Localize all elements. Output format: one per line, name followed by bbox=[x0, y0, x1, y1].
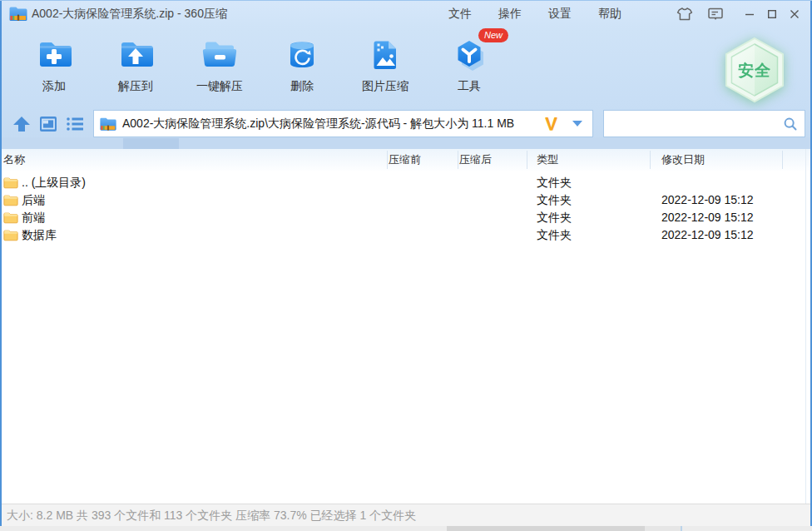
image-compress-icon bbox=[365, 35, 405, 75]
image-compress-label: 图片压缩 bbox=[349, 79, 422, 94]
column-header-modified[interactable]: 修改日期 bbox=[661, 149, 705, 171]
delete-button[interactable]: 删除 bbox=[265, 35, 339, 94]
extract-to-label: 解压到 bbox=[99, 79, 172, 94]
new-badge: New bbox=[478, 28, 508, 42]
list-item-backend[interactable]: 后端 文件夹 2022-12-09 15:12 bbox=[2, 191, 805, 209]
list-item-database[interactable]: 数据库 文件夹 2022-12-09 15:12 bbox=[2, 226, 805, 244]
maximize-button[interactable] bbox=[760, 0, 783, 27]
titlebar: A002-大病保险管理系统.zip - 360压缩 文件 操作 设置 帮助 bbox=[0, 0, 812, 27]
band-artifact bbox=[123, 138, 179, 149]
list-item-frontend[interactable]: 前端 文件夹 2022-12-09 15:12 bbox=[2, 209, 805, 226]
list-view-icon[interactable] bbox=[65, 115, 85, 133]
column-divider[interactable] bbox=[650, 151, 651, 169]
column-divider[interactable] bbox=[527, 151, 527, 169]
file-type: 文件夹 bbox=[537, 209, 572, 226]
image-compress-button[interactable]: 图片压缩 bbox=[349, 35, 422, 94]
scrollbar-gutter-line bbox=[805, 149, 806, 504]
trash-recycle-icon bbox=[282, 35, 322, 75]
up-directory-icon[interactable] bbox=[12, 115, 32, 133]
folder-extract-icon bbox=[116, 35, 156, 75]
column-header-type[interactable]: 类型 bbox=[537, 149, 558, 171]
window-title: A002-大病保险管理系统.zip - 360压缩 bbox=[32, 7, 227, 22]
taskbar-segment bbox=[447, 526, 645, 531]
window-controls bbox=[738, 0, 805, 27]
file-name[interactable]: 前端 bbox=[22, 209, 45, 226]
status-text: 大小: 8.2 MB 共 393 个文件和 113 个文件夹 压缩率 73.7%… bbox=[7, 504, 416, 526]
add-label: 添加 bbox=[17, 79, 91, 94]
menu-help[interactable]: 帮助 bbox=[585, 0, 635, 27]
address-bar[interactable]: A002-大病保险管理系统.zip\大病保险管理系统-源代码 - 解包大小为 1… bbox=[93, 110, 593, 137]
v-logo: V bbox=[545, 112, 557, 136]
file-type: 文件夹 bbox=[537, 174, 572, 191]
search-icon[interactable] bbox=[783, 117, 798, 132]
search-input[interactable] bbox=[604, 111, 783, 136]
column-header-row: 名称 压缩前 压缩后 类型 修改日期 bbox=[0, 149, 812, 171]
extract-to-button[interactable]: 解压到 bbox=[99, 35, 172, 94]
window-border-left bbox=[0, 0, 2, 526]
menu-settings[interactable]: 设置 bbox=[535, 0, 585, 27]
folder-icon bbox=[3, 211, 18, 224]
tools-label: 工具 bbox=[433, 79, 506, 94]
taskbar-divider bbox=[681, 526, 682, 531]
column-divider[interactable] bbox=[782, 151, 783, 169]
security-shield-badge[interactable]: 安全 bbox=[720, 37, 789, 103]
folder-icon bbox=[3, 176, 18, 189]
address-dropdown-caret[interactable] bbox=[572, 121, 582, 127]
close-button[interactable] bbox=[783, 0, 805, 27]
window-border-top bbox=[0, 0, 812, 1]
menubar: 文件 操作 设置 帮助 bbox=[435, 0, 635, 27]
file-modified: 2022-12-09 15:12 bbox=[661, 191, 754, 209]
delete-label: 删除 bbox=[265, 79, 339, 94]
file-type: 文件夹 bbox=[537, 226, 572, 244]
menu-action[interactable]: 操作 bbox=[485, 0, 535, 27]
file-type: 文件夹 bbox=[537, 191, 572, 209]
column-header-name[interactable]: 名称 bbox=[3, 149, 25, 171]
bottom-edge-strip bbox=[0, 526, 812, 531]
menu-file[interactable]: 文件 bbox=[435, 0, 485, 27]
taskbar-segment bbox=[645, 526, 681, 531]
file-name[interactable]: 后端 bbox=[22, 191, 45, 209]
toolbar-lower-band bbox=[0, 137, 812, 149]
feedback-icon[interactable] bbox=[707, 6, 724, 22]
preview-pane-icon[interactable] bbox=[38, 115, 58, 133]
folder-icon bbox=[3, 194, 18, 206]
app-window: A002-大病保险管理系统.zip - 360压缩 文件 操作 设置 帮助 bbox=[0, 0, 812, 531]
add-button[interactable]: 添加 bbox=[17, 35, 91, 94]
skin-shirt-icon[interactable] bbox=[676, 6, 693, 22]
column-header-unpacked[interactable]: 压缩后 bbox=[459, 149, 492, 171]
one-click-extract-label: 一键解压 bbox=[183, 79, 256, 94]
column-divider[interactable] bbox=[458, 151, 458, 169]
zip-file-icon bbox=[8, 5, 28, 22]
archive-path: A002-大病保险管理系统.zip\大病保险管理系统-源代码 - 解包大小为 1… bbox=[122, 117, 545, 132]
file-modified: 2022-12-09 15:12 bbox=[661, 226, 754, 244]
folder-icon bbox=[3, 229, 18, 241]
column-divider[interactable] bbox=[387, 151, 388, 169]
column-header-packed[interactable]: 压缩前 bbox=[389, 149, 421, 171]
file-list: .. (上级目录) 文件夹 后端 文件夹 2022-12-09 15:12 前端… bbox=[0, 171, 812, 504]
one-click-extract-button[interactable]: 一键解压 bbox=[183, 35, 256, 94]
zip-file-icon-small bbox=[99, 116, 117, 132]
tools-button[interactable]: New 工具 bbox=[433, 35, 506, 94]
folder-open-icon bbox=[200, 35, 240, 75]
file-name[interactable]: .. (上级目录) bbox=[22, 174, 86, 191]
search-box bbox=[603, 110, 805, 137]
file-name[interactable]: 数据库 bbox=[22, 226, 57, 244]
file-modified: 2022-12-09 15:12 bbox=[661, 209, 754, 226]
minimize-button[interactable] bbox=[738, 0, 760, 27]
folder-plus-icon bbox=[34, 35, 74, 75]
statusbar: 大小: 8.2 MB 共 393 个文件和 113 个文件夹 压缩率 73.7%… bbox=[0, 504, 812, 526]
list-item-parent-dir[interactable]: .. (上级目录) 文件夹 bbox=[2, 174, 805, 191]
security-label: 安全 bbox=[720, 60, 789, 82]
